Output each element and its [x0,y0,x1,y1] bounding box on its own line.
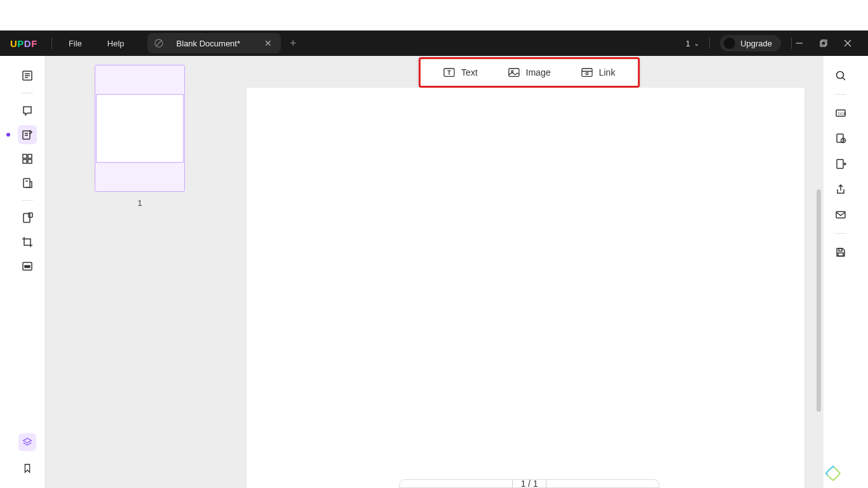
svg-rect-23 [25,266,30,268]
thumbnail-preview [96,94,184,163]
svg-rect-16 [23,159,27,163]
divider [22,93,33,93]
page-thumbnail-1[interactable] [95,65,185,192]
add-text-label: Text [461,67,478,78]
left-toolbar [10,56,44,488]
new-tab-button[interactable]: + [281,37,306,50]
link-icon [581,67,592,78]
vertical-scrollbar[interactable] [817,189,821,412]
redact-tool[interactable] [18,257,37,276]
avatar-icon [724,37,735,49]
svg-line-30 [843,78,845,80]
window-titlebar-blank [0,0,868,30]
svg-rect-36 [836,212,845,218]
svg-point-26 [511,71,513,72]
share-button[interactable] [831,180,850,199]
svg-rect-18 [24,179,30,187]
tab-title: Blank Document* [173,39,253,48]
form-tool[interactable] [18,208,37,227]
add-text-button[interactable]: Text [428,67,493,78]
ocr-button[interactable]: OCR [831,104,850,123]
svg-rect-37 [839,248,842,251]
page-indicator[interactable]: 1 / 1 [512,479,546,488]
window-minimize-button[interactable] [796,39,820,47]
app-logo: UPDF [0,38,48,49]
menu-help[interactable]: Help [95,39,137,48]
bookmark-tool[interactable] [18,459,37,478]
add-image-label: Image [526,67,551,78]
window-count-dropdown[interactable]: 1 ⌄ [679,39,705,48]
edit-content-toolbar: Text Image Link [419,57,640,88]
document-page[interactable] [247,88,804,488]
right-toolbar: OCR [824,56,858,488]
window-count: 1 [686,39,690,48]
divider [51,37,52,49]
svg-rect-14 [23,154,27,158]
comment-tool[interactable] [18,101,37,120]
reader-tool[interactable] [18,66,37,85]
canvas-area: Text Image Link 1 / 1 [235,56,824,488]
window-close-button[interactable] [844,39,868,47]
text-icon [444,67,455,78]
add-link-button[interactable]: Link [566,67,630,78]
add-link-label: Link [599,67,615,78]
crop-tool[interactable] [18,233,37,252]
svg-rect-15 [28,154,32,158]
workspace: 1 Text Image Link [10,56,858,488]
search-button[interactable] [831,66,850,85]
thumbnails-panel-toggle[interactable] [18,433,36,451]
divider [835,233,846,234]
document-tab[interactable]: Blank Document* ✕ [147,33,281,53]
divider [835,94,846,95]
protect-button[interactable] [831,129,850,148]
export-button[interactable] [831,154,850,173]
ai-assistant-button[interactable] [825,465,841,482]
thumbnail-page-number: 1 [70,198,210,208]
svg-line-1 [156,41,161,46]
menu-file[interactable]: File [56,39,95,48]
divider [22,200,33,201]
svg-rect-25 [508,69,519,77]
zoom-page-bar: 1 / 1 [399,479,660,488]
upgrade-button[interactable]: Upgrade [720,35,781,51]
divider [709,37,710,49]
window-maximize-button[interactable] [820,39,844,47]
svg-rect-17 [28,159,32,163]
top-menubar: UPDF File Help Blank Document* ✕ + 1 ⌄ U… [0,30,868,56]
email-button[interactable] [831,205,850,224]
image-icon [508,67,520,78]
svg-rect-38 [838,253,843,256]
divider [791,37,792,49]
upgrade-label: Upgrade [740,39,772,48]
svg-point-29 [837,72,844,79]
save-button[interactable] [831,243,850,262]
svg-rect-4 [822,40,827,45]
add-image-button[interactable]: Image [493,67,566,78]
organize-tool[interactable] [18,149,37,168]
svg-text:OCR: OCR [838,112,847,116]
document-blank-icon [154,38,164,48]
edit-tool[interactable] [18,125,37,144]
svg-rect-3 [820,41,825,46]
tab-close-button[interactable]: ✕ [262,38,275,48]
page-tool[interactable] [18,173,37,193]
svg-rect-35 [837,159,843,168]
thumbnails-panel: 1 [44,56,235,488]
chevron-down-icon: ⌄ [694,40,699,47]
